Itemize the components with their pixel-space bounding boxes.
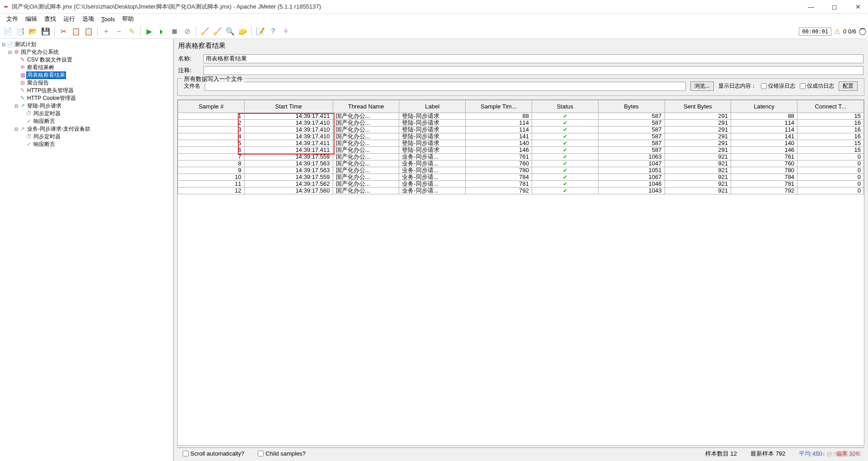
tree-item-icon: ⊞ (19, 79, 26, 87)
col-header[interactable]: Sample Tim... (466, 100, 532, 113)
only-success-checkbox[interactable]: 仅成功日志 (800, 82, 834, 90)
save-icon[interactable]: 💾 (40, 26, 52, 38)
tree-node[interactable]: ⊟↗业务-同步请求-支付设备款 (1, 125, 172, 133)
tree-node[interactable]: ⊟📄测试计划 (1, 41, 172, 48)
stop-icon[interactable]: ⏹ (169, 26, 180, 38)
wand-icon[interactable]: ✎ (126, 26, 137, 38)
titlebar: ✒ 国产化OA测试脚本.jmx (C:\Users\zhao\Desktop\J… (0, 0, 868, 14)
tree-item-label: 同步定时器 (33, 133, 61, 141)
col-header[interactable]: Start Time (244, 100, 333, 113)
new-icon[interactable]: 📄 (2, 26, 14, 38)
paste-icon[interactable]: 📋 (83, 26, 94, 38)
search-icon[interactable]: 🔍 (224, 26, 236, 38)
clear-all-icon[interactable]: 🧹 (212, 26, 223, 38)
tree-node[interactable]: 👁察看结果树 (1, 64, 172, 71)
tree-node[interactable]: ⊟↗登陆-同步请求 (1, 102, 172, 110)
sep (140, 27, 141, 37)
clear-icon[interactable]: 🧹 (199, 26, 211, 38)
menu-编辑[interactable]: 编辑 (23, 14, 40, 24)
tree-node[interactable]: ✓响应断言 (1, 141, 172, 148)
run-noTimer-icon[interactable]: ⏵ (156, 26, 168, 38)
table-row[interactable]: 614:39:17.411国产化办公...登陆-同步请求146✔58729114… (178, 147, 864, 154)
menu-查找[interactable]: 查找 (42, 14, 59, 24)
warning-icon[interactable]: ⚠ (834, 27, 840, 36)
filename-label: 文件名 (184, 82, 200, 90)
comment-row: 注释: (174, 65, 868, 76)
col-header[interactable]: Thread Name (333, 100, 399, 113)
menu-Tools[interactable]: Tools (99, 15, 118, 24)
table-row[interactable]: 1114:39:17.562国产化办公...业务-同步请...781✔10469… (178, 181, 864, 188)
table-row[interactable]: 714:39:17.559国产化办公...业务-同步请...761✔106392… (178, 154, 864, 160)
filename-input[interactable] (205, 82, 686, 91)
menu-运行[interactable]: 运行 (61, 14, 78, 24)
table-row[interactable]: 214:39:17.410国产化办公...登陆-同步请求114✔58729111… (178, 120, 864, 127)
menu-帮助[interactable]: 帮助 (119, 14, 137, 24)
col-header[interactable]: Status (532, 100, 598, 113)
menu-选项[interactable]: 选项 (80, 14, 97, 24)
col-header[interactable]: Connect T... (797, 100, 864, 113)
table-row[interactable]: 514:39:17.411国产化办公...登陆-同步请求140✔58729114… (178, 140, 864, 147)
tree-node[interactable]: ✎CSV 数据文件设置 (1, 56, 172, 64)
child-samples-checkbox[interactable]: Child samples? (258, 450, 306, 457)
tree-node[interactable]: ⊞聚合报告 (1, 79, 172, 87)
status-ok-icon: ✔ (563, 188, 567, 194)
results-table-wrap[interactable]: Sample #Start TimeThread NameLabelSample… (177, 99, 864, 446)
close-button[interactable]: ✕ (852, 3, 864, 10)
minimize-button[interactable]: — (805, 3, 817, 10)
sep (54, 27, 55, 37)
run-icon[interactable]: ▶ (143, 26, 155, 38)
remove-icon[interactable]: − (113, 26, 125, 38)
name-input[interactable] (203, 54, 863, 63)
col-header[interactable]: Sent Bytes (665, 100, 731, 113)
configure-button[interactable]: 配置 (839, 81, 858, 91)
tree-item-label: HTTP信息头管理器 (26, 87, 75, 94)
function-helper-icon[interactable]: 📝 (255, 26, 266, 38)
only-error-checkbox[interactable]: 仅错误日志 (761, 82, 795, 90)
reset-search-icon[interactable]: 🧽 (237, 26, 249, 38)
open-icon[interactable]: 📂 (27, 26, 39, 38)
tree-node[interactable]: ▦用表格察看结果 (1, 71, 172, 79)
name-row: 名称: (174, 53, 868, 65)
tree-pane[interactable]: ⊟📄测试计划⊟⚙国产化办公系统✎CSV 数据文件设置👁察看结果树▦用表格察看结果… (0, 39, 174, 461)
col-header[interactable]: Bytes (598, 100, 665, 113)
table-row[interactable]: 914:39:17.563国产化办公...业务-同步请...780✔105192… (178, 167, 864, 174)
status-ok-icon: ✔ (563, 167, 567, 174)
tree-toggle-icon[interactable]: ⊟ (14, 125, 19, 133)
tree-item-icon: ✎ (19, 87, 26, 94)
add-icon[interactable]: ＋ (100, 26, 112, 38)
comment-input[interactable] (203, 66, 863, 75)
results-table[interactable]: Sample #Start TimeThread NameLabelSample… (178, 100, 864, 194)
browse-button[interactable]: 浏览... (690, 81, 714, 91)
status-ok-icon: ✔ (563, 133, 567, 140)
table-row[interactable]: 114:39:17.411国产化办公...登陆-同步请求88✔587291881… (178, 113, 864, 120)
table-row[interactable]: 414:39:17.410国产化办公...登陆-同步请求141✔58729114… (178, 133, 864, 140)
tree-node[interactable]: ⊟⚙国产化办公系统 (1, 48, 172, 56)
tree-node[interactable]: ✓响应断言 (1, 118, 172, 125)
tree-node[interactable]: ✎HTTP Cookie管理器 (1, 94, 172, 102)
cut-icon[interactable]: ✂ (57, 26, 69, 38)
col-header[interactable]: Sample # (178, 100, 245, 113)
col-header[interactable]: Latency (731, 100, 797, 113)
tree-node[interactable]: ⏱同步定时器 (1, 133, 172, 141)
table-row[interactable]: 1014:39:17.559国产化办公...业务-同步请...784✔10679… (178, 174, 864, 181)
scroll-auto-checkbox[interactable]: Scroll automatically? (183, 450, 244, 457)
maximize-button[interactable]: ◻ (828, 3, 841, 10)
tree-node[interactable]: ⏱同步定时器 (1, 110, 172, 118)
table-row[interactable]: 1214:39:17.560国产化办公...业务-同步请...792✔10439… (178, 188, 864, 194)
col-header[interactable]: Label (399, 100, 466, 113)
templates-icon[interactable]: 📑 (14, 26, 26, 38)
shutdown-icon[interactable]: ⊘ (181, 26, 193, 38)
table-row[interactable]: 814:39:17.563国产化办公...业务-同步请...760✔104792… (178, 160, 864, 167)
whatsnew-icon[interactable]: ⚘ (280, 26, 292, 38)
menu-文件[interactable]: 文件 (4, 14, 21, 24)
copy-icon[interactable]: 📋 (70, 26, 82, 38)
help-icon[interactable]: ？ (267, 26, 279, 38)
table-row[interactable]: 314:39:17.410国产化办公...登陆-同步请求114✔58729111… (178, 127, 864, 133)
tree-toggle-icon[interactable]: ⊟ (14, 102, 19, 110)
status-ok-icon: ✔ (563, 160, 567, 167)
tree-item-icon: ↗ (19, 102, 26, 110)
tree-toggle-icon[interactable]: ⊟ (7, 48, 13, 56)
tree-item-label: 用表格察看结果 (26, 71, 66, 79)
tree-node[interactable]: ✎HTTP信息头管理器 (1, 87, 172, 94)
tree-toggle-icon[interactable]: ⊟ (1, 41, 6, 48)
